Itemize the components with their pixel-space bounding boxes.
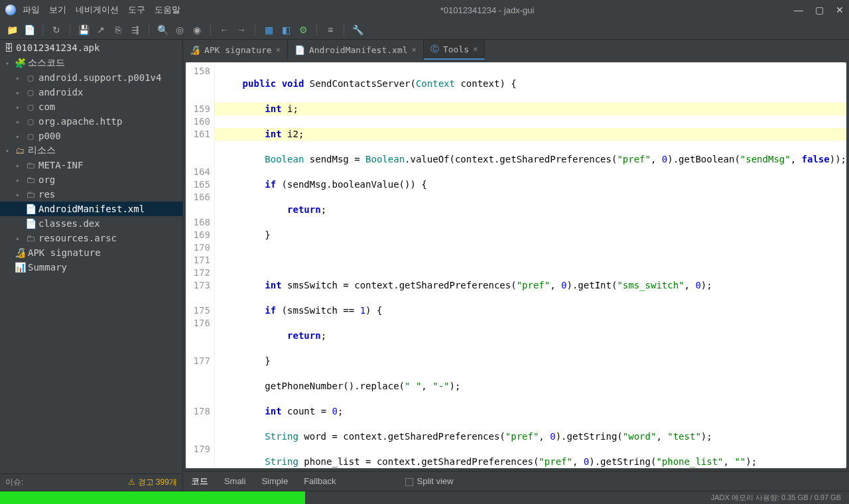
memory-usage: JADX 메모리 사용량: 0.35 GB / 0.97 GB xyxy=(703,491,849,504)
status-bar: JADX 메모리 사용량: 0.35 GB / 0.97 GB xyxy=(0,491,849,504)
save-icon[interactable]: 💾 xyxy=(77,23,90,36)
pkg-androidx[interactable]: ▸▢androidx xyxy=(0,85,182,99)
refresh-icon[interactable]: ↻ xyxy=(50,23,63,36)
code-editor[interactable]: 158 159160161 164165166 1681691701711721… xyxy=(186,62,846,468)
menu-tools[interactable]: 도구 xyxy=(128,4,145,16)
signature-icon: 🔏 xyxy=(190,45,200,55)
tree-section-source[interactable]: ▾🧩소스코드 xyxy=(0,56,182,70)
package-icon: ▢ xyxy=(25,72,36,83)
menu-nav[interactable]: 네비게이션 xyxy=(76,4,119,16)
package-icon: ▢ xyxy=(25,131,36,141)
save-all-icon[interactable]: ⎘ xyxy=(111,23,125,36)
add-file-icon[interactable]: 📄 xyxy=(23,23,36,36)
menu-view[interactable]: 보기 xyxy=(49,4,66,16)
view-code[interactable]: 코드 xyxy=(191,475,208,487)
close-icon[interactable]: × xyxy=(412,45,417,54)
folder-icon: 🗀 xyxy=(25,160,36,170)
res-classes-dex[interactable]: 📄classes.dex xyxy=(0,216,182,231)
signature-icon: 🔏 xyxy=(15,247,25,258)
xml-icon: 📄 xyxy=(25,204,36,214)
res-manifest[interactable]: 📄AndroidManifest.xml xyxy=(0,202,182,216)
tree-section-resources[interactable]: ▾🗂리소스 xyxy=(0,143,182,158)
bottom-bar: 코드 Smali Simple Fallback Split view xyxy=(183,471,849,491)
minimize-icon[interactable]: ― xyxy=(794,5,803,15)
package-icon: ▢ xyxy=(25,101,36,112)
arsc-icon: 🗀 xyxy=(25,233,36,243)
res-meta-inf[interactable]: ▸🗀META-INF xyxy=(0,158,182,172)
forward-icon[interactable]: → xyxy=(235,23,248,36)
res-resources-arsc[interactable]: ▸🗀resources.arsc xyxy=(0,231,182,245)
split-view-toggle[interactable]: Split view xyxy=(405,476,454,486)
view-fallback[interactable]: Fallback xyxy=(304,476,336,486)
res-org[interactable]: ▸🗀org xyxy=(0,172,182,187)
warning-count[interactable]: ⚠ 경고 399개 xyxy=(128,477,177,488)
menu-help[interactable]: 도움말 xyxy=(155,4,180,16)
window-title: *01012341234 - jadx-gui xyxy=(180,5,794,15)
find-class-icon[interactable]: ◎ xyxy=(173,23,186,36)
summary-icon: 📊 xyxy=(15,262,25,273)
app-icon xyxy=(5,5,16,15)
pkg-p000[interactable]: ▸▢p000 xyxy=(0,129,182,143)
menu-bar: 파일 보기 네비게이션 도구 도움말 xyxy=(23,4,180,16)
root-file[interactable]: 🗄 01012341234.apk xyxy=(0,40,182,56)
gradle-icon[interactable]: ⇶ xyxy=(129,23,142,36)
toolbar: 📁 📄 ↻ 💾 ↗ ⎘ ⇶ 🔍 ◎ ◉ ← → ▦ ◧ ⚙ ≡ 🔧 xyxy=(0,20,849,40)
find-usage-icon[interactable]: ◉ xyxy=(190,23,204,36)
pkg-org-apache[interactable]: ▸▢org.apache.http xyxy=(0,114,182,129)
window-controls: ― ▢ ✕ xyxy=(794,5,844,15)
xml-icon: 📄 xyxy=(294,45,305,55)
menu-file[interactable]: 파일 xyxy=(23,4,40,16)
code-area[interactable]: public void SendContactsServer(Context c… xyxy=(215,62,846,468)
pkg-android-support[interactable]: ▸▢android.support.p001v4 xyxy=(0,70,182,85)
class-icon: Ⓒ xyxy=(430,43,439,55)
search-icon[interactable]: 🔍 xyxy=(156,23,169,36)
close-icon[interactable]: × xyxy=(473,44,478,54)
run-icon[interactable]: ⚙ xyxy=(296,23,310,36)
settings-icon[interactable]: 🔧 xyxy=(351,23,364,36)
close-icon[interactable]: ✕ xyxy=(836,5,844,15)
title-bar: 파일 보기 네비게이션 도구 도움말 *01012341234 - jadx-g… xyxy=(0,0,849,20)
maximize-icon[interactable]: ▢ xyxy=(815,5,824,15)
folder-icon: 🗀 xyxy=(25,189,36,200)
tab-apk-signature[interactable]: 🔏APK signature× xyxy=(183,40,288,60)
editor-tabs: 🔏APK signature× 📄AndroidManifest.xml× ⒸT… xyxy=(183,40,849,60)
folder-icon: 🗀 xyxy=(25,174,36,185)
export-icon[interactable]: ↗ xyxy=(94,23,107,36)
file-tree: ▾🧩소스코드 ▸▢android.support.p001v4 ▸▢androi… xyxy=(0,56,182,473)
layout-icon[interactable]: ▦ xyxy=(262,23,275,36)
summary[interactable]: 📊Summary xyxy=(0,260,182,275)
folder-icon: 🧩 xyxy=(15,58,25,68)
apk-signature[interactable]: 🔏APK signature xyxy=(0,245,182,260)
issues-label: 이슈: xyxy=(5,477,23,488)
view-simple[interactable]: Simple xyxy=(261,476,288,486)
sidebar-footer: 이슈: ⚠ 경고 399개 xyxy=(0,473,182,491)
line-gutter: 158 159160161 164165166 1681691701711721… xyxy=(186,62,215,468)
debug-icon[interactable]: ◧ xyxy=(279,23,293,36)
progress-bar xyxy=(0,491,305,504)
open-folder-icon[interactable]: 📁 xyxy=(5,23,19,36)
sidebar: 🗄 01012341234.apk ▾🧩소스코드 ▸▢android.suppo… xyxy=(0,40,183,491)
back-icon[interactable]: ← xyxy=(218,23,231,36)
package-icon: ▢ xyxy=(25,116,36,127)
dex-icon: 📄 xyxy=(25,218,36,229)
folder-icon: 🗂 xyxy=(15,145,25,156)
tab-tools[interactable]: ⒸTools× xyxy=(424,40,485,60)
close-icon[interactable]: × xyxy=(276,45,281,54)
pkg-com[interactable]: ▸▢com xyxy=(0,99,182,114)
main-panel: 🔏APK signature× 📄AndroidManifest.xml× ⒸT… xyxy=(183,40,849,491)
log-icon[interactable]: ≡ xyxy=(324,23,337,36)
archive-icon: 🗄 xyxy=(4,42,13,53)
tab-manifest[interactable]: 📄AndroidManifest.xml× xyxy=(288,40,424,60)
view-smali[interactable]: Smali xyxy=(224,476,246,486)
res-res[interactable]: ▸🗀res xyxy=(0,187,182,202)
package-icon: ▢ xyxy=(25,87,36,97)
checkbox-icon[interactable] xyxy=(405,478,413,486)
